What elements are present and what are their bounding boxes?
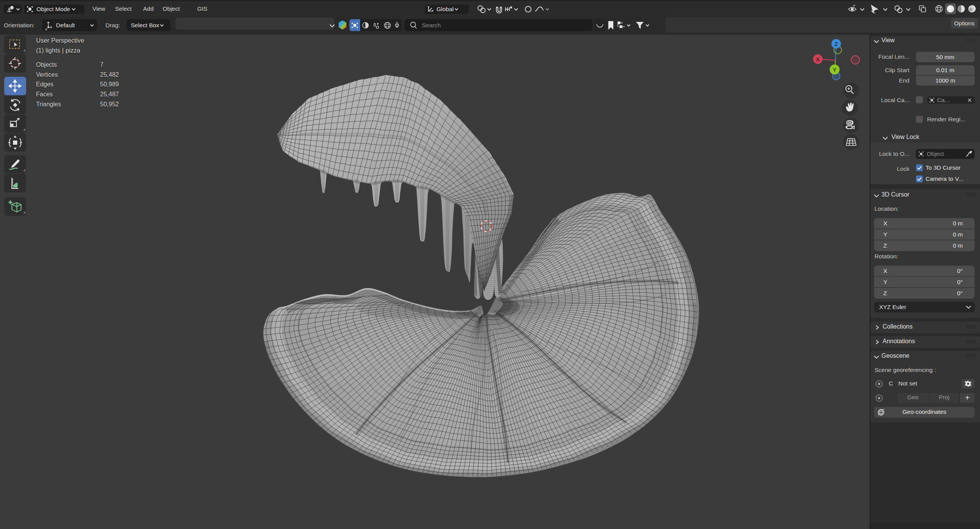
svg-text:X: X [816, 56, 820, 63]
svg-text:Z: Z [835, 41, 838, 47]
svg-text:Y: Y [833, 67, 837, 73]
